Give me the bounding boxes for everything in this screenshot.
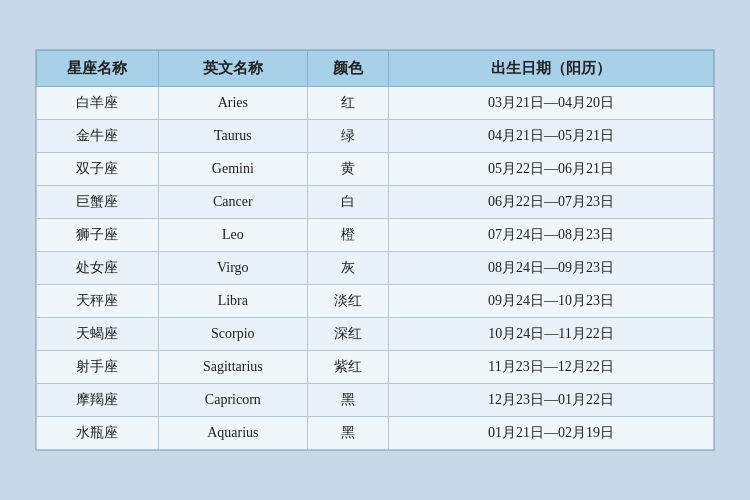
cell-color: 红 (307, 87, 388, 120)
cell-en-name: Scorpio (158, 318, 307, 351)
cell-en-name: Cancer (158, 186, 307, 219)
table-row: 水瓶座Aquarius黑01月21日—02月19日 (37, 417, 714, 450)
cell-en-name: Leo (158, 219, 307, 252)
cell-zh-name: 射手座 (37, 351, 159, 384)
cell-color: 橙 (307, 219, 388, 252)
cell-date: 04月21日—05月21日 (389, 120, 714, 153)
cell-date: 05月22日—06月21日 (389, 153, 714, 186)
cell-en-name: Gemini (158, 153, 307, 186)
cell-color: 黑 (307, 384, 388, 417)
cell-date: 07月24日—08月23日 (389, 219, 714, 252)
cell-color: 淡红 (307, 285, 388, 318)
cell-date: 08月24日—09月23日 (389, 252, 714, 285)
zodiac-table: 星座名称 英文名称 颜色 出生日期（阳历） 白羊座Aries红03月21日—04… (36, 50, 714, 450)
cell-color: 白 (307, 186, 388, 219)
cell-color: 紫红 (307, 351, 388, 384)
cell-en-name: Sagittarius (158, 351, 307, 384)
cell-date: 09月24日—10月23日 (389, 285, 714, 318)
cell-zh-name: 金牛座 (37, 120, 159, 153)
cell-color: 黄 (307, 153, 388, 186)
cell-date: 10月24日—11月22日 (389, 318, 714, 351)
cell-zh-name: 狮子座 (37, 219, 159, 252)
cell-color: 深红 (307, 318, 388, 351)
cell-zh-name: 巨蟹座 (37, 186, 159, 219)
cell-date: 01月21日—02月19日 (389, 417, 714, 450)
table-body: 白羊座Aries红03月21日—04月20日金牛座Taurus绿04月21日—0… (37, 87, 714, 450)
table-row: 天秤座Libra淡红09月24日—10月23日 (37, 285, 714, 318)
table-row: 白羊座Aries红03月21日—04月20日 (37, 87, 714, 120)
cell-date: 06月22日—07月23日 (389, 186, 714, 219)
header-color: 颜色 (307, 51, 388, 87)
table-row: 处女座Virgo灰08月24日—09月23日 (37, 252, 714, 285)
cell-date: 11月23日—12月22日 (389, 351, 714, 384)
cell-zh-name: 天蝎座 (37, 318, 159, 351)
table-row: 金牛座Taurus绿04月21日—05月21日 (37, 120, 714, 153)
table-row: 摩羯座Capricorn黑12月23日—01月22日 (37, 384, 714, 417)
cell-zh-name: 天秤座 (37, 285, 159, 318)
header-zh-name: 星座名称 (37, 51, 159, 87)
cell-zh-name: 水瓶座 (37, 417, 159, 450)
cell-en-name: Capricorn (158, 384, 307, 417)
zodiac-table-container: 星座名称 英文名称 颜色 出生日期（阳历） 白羊座Aries红03月21日—04… (35, 49, 715, 451)
table-row: 双子座Gemini黄05月22日—06月21日 (37, 153, 714, 186)
table-header-row: 星座名称 英文名称 颜色 出生日期（阳历） (37, 51, 714, 87)
cell-date: 03月21日—04月20日 (389, 87, 714, 120)
table-row: 射手座Sagittarius紫红11月23日—12月22日 (37, 351, 714, 384)
cell-zh-name: 摩羯座 (37, 384, 159, 417)
cell-color: 绿 (307, 120, 388, 153)
cell-en-name: Taurus (158, 120, 307, 153)
table-row: 天蝎座Scorpio深红10月24日—11月22日 (37, 318, 714, 351)
cell-date: 12月23日—01月22日 (389, 384, 714, 417)
cell-en-name: Virgo (158, 252, 307, 285)
table-row: 巨蟹座Cancer白06月22日—07月23日 (37, 186, 714, 219)
cell-en-name: Aquarius (158, 417, 307, 450)
header-date: 出生日期（阳历） (389, 51, 714, 87)
header-en-name: 英文名称 (158, 51, 307, 87)
cell-color: 黑 (307, 417, 388, 450)
cell-zh-name: 白羊座 (37, 87, 159, 120)
cell-zh-name: 双子座 (37, 153, 159, 186)
cell-en-name: Libra (158, 285, 307, 318)
cell-en-name: Aries (158, 87, 307, 120)
table-row: 狮子座Leo橙07月24日—08月23日 (37, 219, 714, 252)
cell-color: 灰 (307, 252, 388, 285)
cell-zh-name: 处女座 (37, 252, 159, 285)
